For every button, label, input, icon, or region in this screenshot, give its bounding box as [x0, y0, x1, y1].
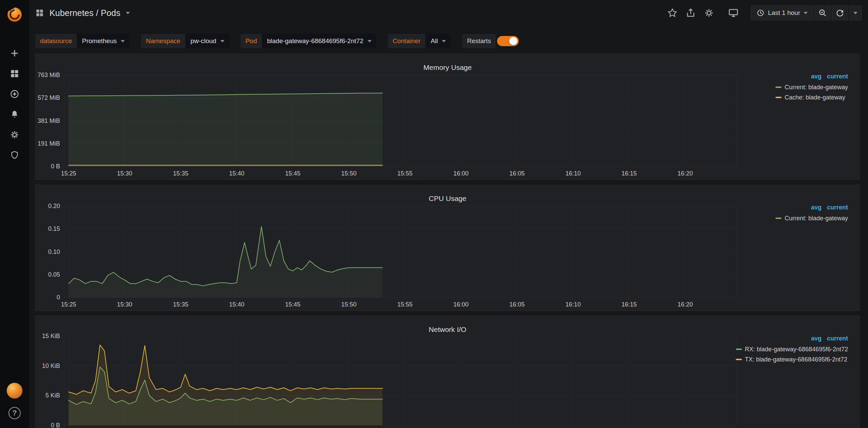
caret-down-icon — [368, 40, 372, 42]
svg-text:15:45: 15:45 — [285, 301, 300, 308]
user-avatar[interactable] — [6, 383, 23, 399]
caret-down-icon — [853, 12, 857, 14]
restarts-toggle[interactable] — [497, 36, 519, 46]
legend-series-swatch — [736, 359, 742, 360]
share-button[interactable] — [684, 6, 698, 20]
filter-datasource: datasource Prometheus — [35, 34, 130, 48]
sidebar-item-create[interactable] — [0, 49, 29, 58]
legend-sort-current[interactable]: current — [827, 73, 848, 80]
svg-text:16:20: 16:20 — [677, 301, 693, 308]
cpu-usage-chart[interactable]: 15:2515:3015:3515:4015:4515:5015:5516:00… — [36, 185, 860, 311]
svg-text:15:35: 15:35 — [173, 301, 188, 308]
svg-text:0 B: 0 B — [51, 163, 60, 170]
svg-text:15:30: 15:30 — [117, 301, 132, 308]
legend-item[interactable]: TX: blade-gateway-68684695f6-2nt72 — [736, 354, 847, 365]
legend-sort-current[interactable]: current — [827, 335, 848, 342]
svg-text:15:30: 15:30 — [117, 170, 132, 177]
filter-container: Container All — [388, 34, 451, 48]
svg-text:0.10: 0.10 — [48, 248, 60, 255]
svg-text:16:05: 16:05 — [509, 170, 525, 177]
share-icon — [686, 8, 696, 18]
pod-dropdown[interactable]: blade-gateway-68684695f6-2nt72 — [262, 34, 376, 48]
sidebar-item-alerting[interactable] — [0, 110, 29, 119]
star-icon — [667, 8, 677, 18]
sidebar-item-server-admin[interactable] — [0, 150, 29, 160]
legend: avg current Current: blade-gateway — [775, 204, 848, 223]
filter-label: Pod — [241, 34, 262, 48]
namespace-dropdown[interactable]: pw-cloud — [186, 34, 229, 48]
datasource-dropdown[interactable]: Prometheus — [77, 34, 130, 48]
legend-series-label: RX: blade-gateway-68684695f6-2nt72 — [745, 344, 848, 354]
filter-label: Restarts — [462, 34, 496, 48]
caret-down-icon — [804, 12, 808, 14]
refresh-button[interactable] — [832, 5, 848, 20]
panel-title[interactable]: Network I/O — [36, 325, 860, 334]
apps-grid-icon — [35, 8, 44, 17]
filter-pod: Pod blade-gateway-68684695f6-2nt72 — [241, 34, 376, 48]
svg-text:572 MiB: 572 MiB — [38, 94, 60, 101]
legend-sort-avg[interactable]: avg — [811, 335, 822, 342]
cycle-view-mode-button[interactable] — [726, 6, 741, 20]
panel-title[interactable]: CPU Usage — [36, 194, 860, 203]
svg-text:0.05: 0.05 — [48, 271, 60, 278]
legend-sort-avg[interactable]: avg — [811, 73, 822, 80]
legend-items: Current: blade-gatewayCache: blade-gatew… — [775, 82, 848, 103]
grafana-logo-icon[interactable] — [5, 4, 24, 24]
filter-label: datasource — [35, 34, 77, 48]
legend: avg current Current: blade-gatewayCache:… — [775, 73, 848, 103]
svg-text:15:50: 15:50 — [341, 301, 356, 308]
help-icon[interactable]: ? — [8, 407, 21, 419]
time-picker[interactable]: Last 1 hour — [751, 5, 813, 20]
shield-icon — [10, 150, 19, 160]
svg-text:15:40: 15:40 — [229, 170, 244, 177]
filter-restarts: Restarts — [462, 34, 519, 48]
legend-sort-avg[interactable]: avg — [811, 204, 822, 211]
panel-memory-usage: Memory Usage 15:2515:3015:3515:4015:4515… — [35, 54, 860, 180]
star-button[interactable] — [665, 6, 679, 20]
filter-value: Prometheus — [82, 37, 117, 45]
sidebar-item-configuration[interactable] — [0, 130, 29, 139]
svg-text:0 B: 0 B — [51, 422, 60, 428]
memory-usage-chart[interactable]: 15:2515:3015:3515:4015:4515:5015:5516:00… — [36, 54, 860, 180]
caret-down-icon — [126, 12, 130, 14]
legend-series-swatch — [775, 218, 782, 219]
legend-sort-links: avg current — [811, 335, 848, 342]
svg-text:10 KiB: 10 KiB — [42, 362, 60, 369]
legend-sort-current[interactable]: current — [827, 204, 848, 211]
filter-value: blade-gateway-68684695f6-2nt72 — [267, 37, 363, 45]
legend-series-label: TX: blade-gateway-68684695f6-2nt72 — [745, 354, 847, 365]
svg-text:15:55: 15:55 — [397, 170, 413, 177]
dashboard-title-group[interactable]: Kubernetes / Pods — [35, 8, 130, 18]
svg-text:15:45: 15:45 — [285, 170, 300, 177]
refresh-interval-dropdown[interactable] — [849, 5, 862, 20]
svg-text:763 MiB: 763 MiB — [38, 72, 60, 78]
container-dropdown[interactable]: All — [426, 34, 451, 48]
svg-text:5 KiB: 5 KiB — [45, 392, 60, 399]
legend-item[interactable]: Cache: blade-gateway — [775, 92, 845, 103]
zoom-out-button[interactable] — [814, 5, 831, 20]
svg-text:0.15: 0.15 — [48, 225, 60, 232]
legend-items: RX: blade-gateway-68684695f6-2nt72TX: bl… — [736, 344, 848, 365]
time-controls: Last 1 hour — [751, 5, 862, 20]
sidebar-item-explore[interactable] — [0, 89, 29, 99]
legend-item[interactable]: RX: blade-gateway-68684695f6-2nt72 — [736, 344, 848, 354]
dashboard-settings-button[interactable] — [702, 6, 716, 20]
sidebar-bottom: ? — [6, 383, 23, 428]
legend-item[interactable]: Current: blade-gateway — [775, 82, 848, 92]
dashboard-filters: datasource Prometheus Namespace pw-cloud… — [35, 34, 519, 48]
sidebar-item-dashboards[interactable] — [0, 69, 29, 78]
svg-text:381 MiB: 381 MiB — [38, 117, 60, 124]
top-navbar: Kubernetes / Pods — [29, 0, 868, 26]
svg-text:16:15: 16:15 — [622, 170, 637, 177]
svg-text:15:25: 15:25 — [61, 170, 76, 177]
filter-label: Container — [388, 34, 425, 48]
panel-title[interactable]: Memory Usage — [36, 63, 860, 72]
svg-text:15:40: 15:40 — [229, 301, 244, 308]
svg-text:15:55: 15:55 — [397, 301, 413, 308]
svg-text:191 MiB: 191 MiB — [38, 140, 60, 147]
svg-text:15:25: 15:25 — [61, 301, 76, 308]
legend: avg current RX: blade-gateway-68684695f6… — [736, 335, 848, 365]
svg-text:16:20: 16:20 — [677, 170, 693, 177]
time-range-label: Last 1 hour — [768, 9, 800, 17]
legend-item[interactable]: Current: blade-gateway — [775, 213, 848, 223]
